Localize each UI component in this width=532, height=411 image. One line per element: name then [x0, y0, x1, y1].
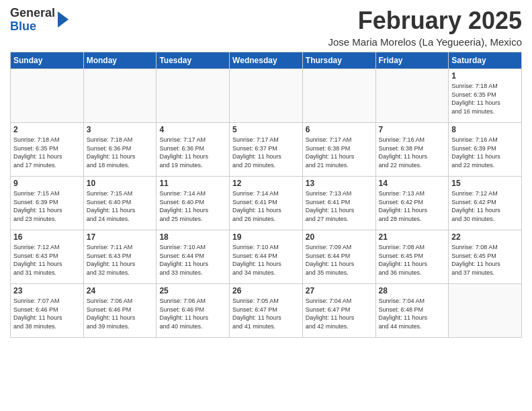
day-info: Sunrise: 7:04 AM Sunset: 6:48 PM Dayligh…: [379, 297, 446, 330]
day-number: 8: [451, 125, 519, 134]
table-row: [230, 69, 303, 123]
day-number: 3: [87, 125, 154, 134]
table-row: 20Sunrise: 7:09 AM Sunset: 6:44 PM Dayli…: [302, 230, 375, 284]
day-info: Sunrise: 7:18 AM Sunset: 6:36 PM Dayligh…: [87, 136, 154, 169]
day-info: Sunrise: 7:09 AM Sunset: 6:44 PM Dayligh…: [306, 243, 373, 277]
day-info: Sunrise: 7:08 AM Sunset: 6:45 PM Dayligh…: [379, 243, 446, 277]
table-row: 8Sunrise: 7:16 AM Sunset: 6:39 PM Daylig…: [449, 123, 522, 177]
table-row: 17Sunrise: 7:11 AM Sunset: 6:43 PM Dayli…: [83, 230, 157, 284]
day-number: 23: [13, 286, 81, 295]
day-number: 7: [379, 125, 446, 134]
calendar-table: Sunday Monday Tuesday Wednesday Thursday…: [10, 52, 522, 338]
day-info: Sunrise: 7:14 AM Sunset: 6:41 PM Dayligh…: [232, 189, 300, 223]
location-title: Jose Maria Morelos (La Yegueeria), Mexic…: [328, 36, 522, 48]
table-row: 21Sunrise: 7:08 AM Sunset: 6:45 PM Dayli…: [375, 230, 449, 284]
day-number: 25: [159, 286, 226, 295]
day-number: 9: [13, 179, 81, 188]
table-row: 25Sunrise: 7:06 AM Sunset: 6:46 PM Dayli…: [157, 284, 230, 338]
day-info: Sunrise: 7:15 AM Sunset: 6:40 PM Dayligh…: [87, 189, 154, 223]
day-info: Sunrise: 7:08 AM Sunset: 6:45 PM Dayligh…: [451, 243, 519, 277]
table-row: 3Sunrise: 7:18 AM Sunset: 6:36 PM Daylig…: [83, 123, 157, 177]
table-row: [375, 69, 449, 123]
col-wednesday: Wednesday: [230, 52, 303, 69]
table-row: 24Sunrise: 7:06 AM Sunset: 6:46 PM Dayli…: [83, 284, 157, 338]
logo: General Blue: [10, 7, 69, 34]
logo-general: General: [10, 7, 55, 20]
table-row: 28Sunrise: 7:04 AM Sunset: 6:48 PM Dayli…: [375, 284, 449, 338]
day-number: 11: [159, 179, 226, 188]
title-block: February 2025 Jose Maria Morelos (La Yeg…: [328, 7, 522, 48]
day-number: 27: [306, 286, 373, 295]
table-row: 5Sunrise: 7:17 AM Sunset: 6:37 PM Daylig…: [230, 123, 303, 177]
header: General Blue February 2025 Jose Maria Mo…: [10, 7, 522, 48]
day-info: Sunrise: 7:18 AM Sunset: 6:35 PM Dayligh…: [13, 136, 81, 169]
table-row: 4Sunrise: 7:17 AM Sunset: 6:36 PM Daylig…: [157, 123, 230, 177]
day-info: Sunrise: 7:12 AM Sunset: 6:42 PM Dayligh…: [451, 189, 519, 223]
table-row: 10Sunrise: 7:15 AM Sunset: 6:40 PM Dayli…: [83, 177, 157, 230]
table-row: 27Sunrise: 7:04 AM Sunset: 6:47 PM Dayli…: [302, 284, 375, 338]
table-row: 6Sunrise: 7:17 AM Sunset: 6:38 PM Daylig…: [302, 123, 375, 177]
col-sunday: Sunday: [11, 52, 84, 69]
day-number: 21: [379, 232, 446, 242]
calendar-header-row: Sunday Monday Tuesday Wednesday Thursday…: [11, 52, 522, 69]
page-container: General Blue February 2025 Jose Maria Mo…: [0, 0, 532, 345]
day-number: 20: [306, 232, 373, 242]
table-row: 11Sunrise: 7:14 AM Sunset: 6:40 PM Dayli…: [157, 177, 230, 230]
day-info: Sunrise: 7:12 AM Sunset: 6:43 PM Dayligh…: [13, 243, 81, 277]
day-info: Sunrise: 7:06 AM Sunset: 6:46 PM Dayligh…: [159, 297, 226, 330]
day-number: 18: [159, 232, 226, 242]
table-row: 9Sunrise: 7:15 AM Sunset: 6:39 PM Daylig…: [11, 177, 84, 230]
day-number: 15: [451, 179, 519, 188]
table-row: [83, 69, 157, 123]
day-info: Sunrise: 7:07 AM Sunset: 6:46 PM Dayligh…: [13, 297, 81, 330]
table-row: 12Sunrise: 7:14 AM Sunset: 6:41 PM Dayli…: [230, 177, 303, 230]
col-saturday: Saturday: [449, 52, 522, 69]
logo-arrow-icon: [58, 11, 69, 28]
col-friday: Friday: [375, 52, 449, 69]
day-info: Sunrise: 7:05 AM Sunset: 6:47 PM Dayligh…: [232, 297, 300, 330]
day-number: 26: [232, 286, 300, 295]
table-row: 7Sunrise: 7:16 AM Sunset: 6:38 PM Daylig…: [375, 123, 449, 177]
day-info: Sunrise: 7:11 AM Sunset: 6:43 PM Dayligh…: [87, 243, 154, 277]
day-number: 24: [87, 286, 154, 295]
day-number: 13: [306, 179, 373, 188]
day-info: Sunrise: 7:06 AM Sunset: 6:46 PM Dayligh…: [87, 297, 154, 330]
table-row: 19Sunrise: 7:10 AM Sunset: 6:44 PM Dayli…: [230, 230, 303, 284]
month-title: February 2025: [328, 7, 522, 35]
table-row: [302, 69, 375, 123]
day-info: Sunrise: 7:14 AM Sunset: 6:40 PM Dayligh…: [159, 189, 226, 223]
table-row: 1Sunrise: 7:18 AM Sunset: 6:35 PM Daylig…: [449, 69, 522, 123]
day-number: 19: [232, 232, 300, 242]
day-number: 6: [306, 125, 373, 134]
table-row: 14Sunrise: 7:13 AM Sunset: 6:42 PM Dayli…: [375, 177, 449, 230]
day-info: Sunrise: 7:04 AM Sunset: 6:47 PM Dayligh…: [306, 297, 373, 330]
day-number: 14: [379, 179, 446, 188]
day-info: Sunrise: 7:17 AM Sunset: 6:36 PM Dayligh…: [159, 136, 226, 169]
table-row: 13Sunrise: 7:13 AM Sunset: 6:41 PM Dayli…: [302, 177, 375, 230]
logo-blue: Blue: [10, 20, 55, 34]
day-number: 5: [232, 125, 300, 134]
table-row: [449, 284, 522, 338]
table-row: 16Sunrise: 7:12 AM Sunset: 6:43 PM Dayli…: [11, 230, 84, 284]
col-monday: Monday: [83, 52, 157, 69]
day-number: 1: [451, 71, 519, 81]
day-number: 12: [232, 179, 300, 188]
day-info: Sunrise: 7:10 AM Sunset: 6:44 PM Dayligh…: [159, 243, 226, 277]
day-info: Sunrise: 7:16 AM Sunset: 6:39 PM Dayligh…: [451, 136, 519, 169]
day-info: Sunrise: 7:13 AM Sunset: 6:41 PM Dayligh…: [306, 189, 373, 223]
day-info: Sunrise: 7:15 AM Sunset: 6:39 PM Dayligh…: [13, 189, 81, 223]
day-info: Sunrise: 7:18 AM Sunset: 6:35 PM Dayligh…: [451, 82, 519, 116]
day-info: Sunrise: 7:16 AM Sunset: 6:38 PM Dayligh…: [379, 136, 446, 169]
day-number: 2: [13, 125, 81, 134]
day-info: Sunrise: 7:17 AM Sunset: 6:38 PM Dayligh…: [306, 136, 373, 169]
day-info: Sunrise: 7:13 AM Sunset: 6:42 PM Dayligh…: [379, 189, 446, 223]
day-number: 16: [13, 232, 81, 242]
table-row: 2Sunrise: 7:18 AM Sunset: 6:35 PM Daylig…: [11, 123, 84, 177]
day-info: Sunrise: 7:17 AM Sunset: 6:37 PM Dayligh…: [232, 136, 300, 169]
day-number: 22: [451, 232, 519, 242]
table-row: 18Sunrise: 7:10 AM Sunset: 6:44 PM Dayli…: [157, 230, 230, 284]
day-info: Sunrise: 7:10 AM Sunset: 6:44 PM Dayligh…: [232, 243, 300, 277]
col-thursday: Thursday: [302, 52, 375, 69]
day-number: 17: [87, 232, 154, 242]
day-number: 10: [87, 179, 154, 188]
